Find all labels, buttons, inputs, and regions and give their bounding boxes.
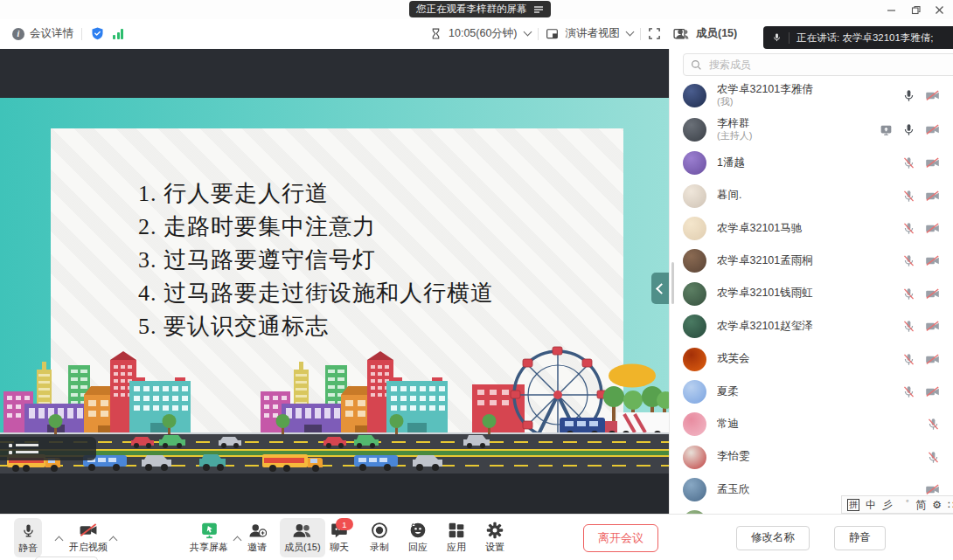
- camera-off-icon[interactable]: [925, 254, 940, 267]
- member-row[interactable]: 农学卓32101李雅倩(我): [670, 79, 953, 113]
- share-screen-button[interactable]: 共享屏幕: [185, 518, 233, 557]
- meeting-app-window: { "titlebar": { "watching_pill": "您正在观看李…: [0, 0, 953, 560]
- camera-off-icon[interactable]: [925, 89, 940, 102]
- settings-button[interactable]: 设置: [481, 518, 509, 557]
- mic-muted-icon[interactable]: [902, 385, 915, 398]
- collapse-panel-handle[interactable]: [651, 273, 669, 304]
- close-icon: [935, 5, 944, 15]
- mic-muted-icon[interactable]: [927, 418, 940, 431]
- mute-button[interactable]: 静音: [14, 518, 42, 557]
- avatar: [683, 184, 706, 208]
- camera-off-icon[interactable]: [925, 385, 940, 398]
- mic-muted-icon[interactable]: [902, 353, 915, 366]
- camera-off-icon[interactable]: [925, 483, 940, 496]
- member-name: 农学卓32101孟雨桐: [717, 254, 813, 268]
- camera-off-icon[interactable]: [925, 190, 940, 203]
- view-mode-label[interactable]: 演讲者视图: [566, 26, 621, 41]
- invite-button[interactable]: 邀请: [243, 518, 271, 557]
- gear-icon: [486, 522, 504, 539]
- meeting-details-button[interactable]: i 会议详情: [12, 26, 73, 41]
- member-row[interactable]: 暮间.: [670, 179, 953, 211]
- rename-button[interactable]: 修改名称: [736, 526, 810, 550]
- restore-icon: [911, 5, 921, 15]
- slide-line: 2. 走路时要集中注意力: [138, 211, 494, 244]
- ime-glyph[interactable]: 简: [915, 500, 926, 510]
- settings-label: 设置: [485, 541, 504, 554]
- mic-on-icon[interactable]: [902, 123, 915, 136]
- reactions-button[interactable]: 回应: [404, 518, 432, 557]
- mic-muted-icon[interactable]: [902, 287, 915, 301]
- member-row[interactable]: 李梓群(主持人): [670, 113, 953, 147]
- members-button[interactable]: 成员(15): [280, 518, 325, 557]
- watching-screen-banner[interactable]: 您正在观看李梓群的屏幕: [409, 1, 551, 17]
- window-restore-button[interactable]: [906, 2, 925, 17]
- avatar: [683, 217, 706, 240]
- network-signal-icon[interactable]: [113, 29, 123, 39]
- mute-label: 静音: [18, 542, 38, 555]
- ime-toolbar[interactable]: 拼中彡゜简⚙∷: [841, 495, 953, 514]
- ime-glyph[interactable]: 彡: [882, 500, 893, 510]
- share-screen-label: 共享屏幕: [190, 541, 228, 554]
- member-list[interactable]: 农学卓32101李雅倩(我) 李梓群(主持人) 1潘越: [670, 79, 953, 514]
- start-video-label: 开启视频: [69, 541, 108, 554]
- ime-glyph[interactable]: ⚙: [932, 500, 942, 510]
- member-search-box[interactable]: [683, 53, 953, 76]
- member-row[interactable]: 夏柔: [670, 376, 953, 408]
- avatar: [683, 151, 706, 175]
- fullscreen-icon[interactable]: [648, 27, 661, 40]
- mic-options-caret[interactable]: [55, 536, 64, 545]
- avatar: [683, 380, 706, 404]
- mic-muted-icon[interactable]: [902, 156, 915, 169]
- mic-muted-icon[interactable]: [902, 320, 915, 333]
- leave-meeting-button[interactable]: 离开会议: [583, 524, 658, 552]
- speaking-mic-icon: [772, 31, 782, 44]
- camera-off-icon[interactable]: [925, 222, 940, 235]
- camera-off-icon[interactable]: [925, 320, 940, 333]
- mic-muted-icon[interactable]: [902, 222, 915, 235]
- avatar: [683, 348, 706, 371]
- member-name: 孟玉欣: [717, 483, 750, 497]
- member-name: 农学卓32101钱雨虹: [717, 287, 813, 301]
- window-close-button[interactable]: [929, 2, 949, 17]
- member-status-icons: [902, 254, 940, 267]
- member-row[interactable]: 农学卓32101赵玺泽: [670, 310, 953, 342]
- apps-button[interactable]: 应用: [442, 518, 470, 557]
- member-row[interactable]: 农学卓32101马驰: [670, 212, 953, 245]
- member-status-icons: [902, 222, 940, 235]
- timer-dropdown-caret[interactable]: [523, 28, 532, 37]
- member-status-icons: [902, 89, 940, 102]
- share-options-caret[interactable]: [233, 536, 242, 545]
- ime-glyph[interactable]: ∷: [948, 500, 953, 510]
- window-minimize-button[interactable]: [881, 2, 901, 17]
- record-button[interactable]: 录制: [365, 518, 393, 557]
- panel-mute-button[interactable]: 静音: [834, 526, 886, 550]
- mic-muted-icon[interactable]: [902, 254, 915, 267]
- member-row[interactable]: 李怡雯: [670, 441, 953, 474]
- chat-button[interactable]: 1 聊天: [325, 518, 353, 557]
- camera-off-icon[interactable]: [925, 123, 940, 136]
- slide-navigator-overlay[interactable]: [0, 437, 96, 460]
- camera-off-icon[interactable]: [925, 353, 940, 366]
- camera-off-icon[interactable]: [925, 156, 940, 169]
- member-row[interactable]: 常迪: [670, 408, 953, 440]
- start-video-button[interactable]: 开启视频: [65, 518, 112, 557]
- member-row[interactable]: 农学卓32101孟雨桐: [670, 245, 953, 277]
- member-name: 农学卓32101李雅倩: [717, 83, 813, 97]
- ime-glyph[interactable]: 中: [866, 500, 876, 510]
- member-row[interactable]: 1潘越: [670, 147, 953, 179]
- mic-muted-icon[interactable]: [902, 190, 915, 203]
- mic-muted-icon[interactable]: [927, 451, 940, 464]
- camera-off-icon[interactable]: [925, 287, 940, 301]
- security-shield-icon[interactable]: [90, 26, 105, 41]
- member-row[interactable]: 戎芙会: [670, 342, 953, 375]
- ime-glyph[interactable]: 拼: [847, 499, 859, 511]
- member-row[interactable]: 农学卓32101钱雨虹: [670, 278, 953, 310]
- ime-glyph[interactable]: ゜: [899, 500, 909, 510]
- member-list-scrollbar[interactable]: [671, 262, 674, 304]
- invite-label: 邀请: [247, 541, 267, 554]
- view-dropdown-caret[interactable]: [626, 28, 635, 37]
- screen-sharing-icon[interactable]: [880, 124, 893, 136]
- member-status-icons: [902, 156, 940, 169]
- mic-on-icon[interactable]: [902, 89, 915, 102]
- search-input[interactable]: [707, 58, 921, 72]
